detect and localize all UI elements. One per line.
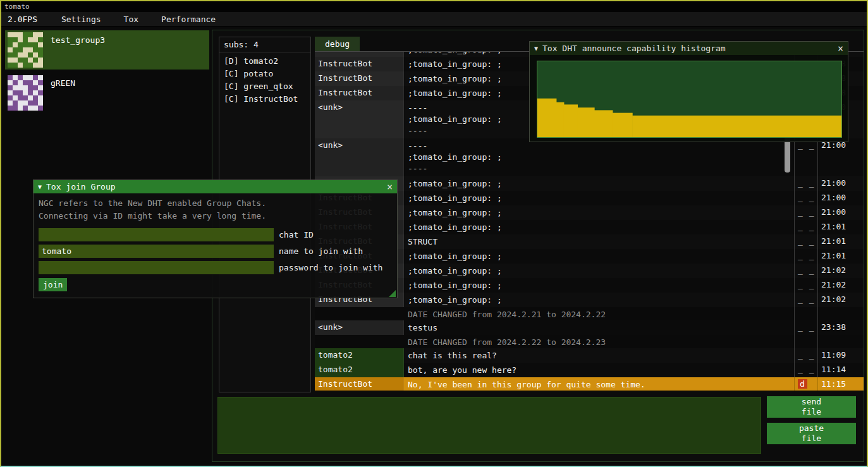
sidebar-group-item[interactable]: gREEN xyxy=(5,73,209,112)
join-password-label: password to join with xyxy=(279,263,382,272)
message-text: chat is this real? xyxy=(404,348,794,363)
histogram-window: ▼ Tox DHT announce capability histogram … xyxy=(529,41,848,142)
member-item[interactable]: [C] InstructBot xyxy=(219,93,310,106)
message-flags: _ _ xyxy=(794,278,817,293)
chat-input[interactable] xyxy=(217,397,761,454)
chat-id-label: chat ID xyxy=(279,230,314,240)
group-name: test_group3 xyxy=(51,35,105,68)
message-row[interactable]: DATE CHANGED from 2024.2.22 to 2024.2.23 xyxy=(315,335,864,348)
message-time: 11:09 xyxy=(817,348,864,363)
histogram-plot[interactable] xyxy=(537,61,842,138)
group-name: gREEN xyxy=(51,78,75,111)
close-icon[interactable]: × xyxy=(387,181,393,193)
message-row[interactable]: <unk>testus_ _23:38 xyxy=(315,320,864,335)
message-time: 21:01 xyxy=(817,249,864,264)
message-flags: _ _ xyxy=(794,220,817,234)
send-file-label-line2: file xyxy=(802,407,821,417)
message-sender xyxy=(315,307,404,320)
message-row[interactable]: DATE CHANGED from 2024.2.21 to 2024.2.22 xyxy=(315,307,864,320)
tab-debug[interactable]: debug xyxy=(315,37,360,51)
message-text: ;tomato_in_group: ; xyxy=(404,176,794,191)
join-name-label: name to join with xyxy=(279,246,363,256)
message-row[interactable]: tomato2chat is this real?_ _11:09 xyxy=(315,348,864,363)
message-sender: <unk> xyxy=(315,138,404,176)
message-flags xyxy=(794,335,817,348)
message-time: 21:00 xyxy=(817,176,864,191)
member-item[interactable]: [C] green_qtox xyxy=(219,80,310,93)
group-avatar xyxy=(8,32,43,68)
resize-grip[interactable] xyxy=(389,290,396,297)
message-time xyxy=(817,335,864,348)
join-button[interactable]: join xyxy=(39,278,67,291)
message-flags xyxy=(794,307,817,320)
message-flags: _ _ xyxy=(794,191,817,205)
join-group-window: ▼ Tox join Group × NGC refers to the New… xyxy=(33,179,398,298)
message-text: testus xyxy=(404,320,794,335)
message-time: 11:14 xyxy=(817,363,864,377)
message-text: ;tomato_in_group: ; xyxy=(404,293,794,307)
subs-list: [D] tomato2[C] potato[C] green_qtox[C] I… xyxy=(219,52,310,106)
message-flags: _ _ xyxy=(794,293,817,307)
date-changed-text: DATE CHANGED from 2024.2.22 to 2024.2.23 xyxy=(404,335,794,348)
menu-settings[interactable]: Settings xyxy=(52,15,110,24)
message-flags: _ _ xyxy=(794,176,817,191)
message-sender: <unk> xyxy=(315,100,404,138)
message-time: 21:02 xyxy=(817,278,864,293)
message-sender: InstructBot xyxy=(315,71,404,86)
group-avatar xyxy=(8,75,43,111)
app-window: tomato 2.0FPS Settings Tox Performance t… xyxy=(0,0,868,467)
member-item[interactable]: [C] potato xyxy=(219,68,310,80)
message-sender xyxy=(315,335,404,348)
message-text: bot, are you new here? xyxy=(404,363,794,377)
message-text: ;tomato_in_group: ; xyxy=(404,205,794,220)
subs-count: subs: 4 xyxy=(219,37,310,52)
chat-id-input[interactable] xyxy=(39,228,274,241)
close-icon[interactable]: × xyxy=(838,43,843,54)
message-time xyxy=(817,307,864,320)
collapse-icon[interactable]: ▼ xyxy=(534,45,538,52)
paste-file-button[interactable]: paste file xyxy=(767,423,856,444)
message-time: 21:02 xyxy=(817,264,864,278)
message-text: ---- ;tomato_in_group: ; ---- xyxy=(404,138,794,176)
message-text: ;tomato_in_group: ; xyxy=(404,220,794,234)
collapse-icon[interactable]: ▼ xyxy=(38,183,42,190)
join-name-input[interactable] xyxy=(39,245,274,258)
menubar: 2.0FPS Settings Tox Performance xyxy=(1,12,867,27)
message-row[interactable]: tomato2bot, are you new here?_ _11:14 xyxy=(315,363,864,377)
sidebar-group-item[interactable]: test_group3 xyxy=(5,30,209,70)
message-sender: InstructBot xyxy=(315,52,404,57)
histogram-window-titlebar[interactable]: ▼ Tox DHT announce capability histogram … xyxy=(530,42,848,55)
message-time: 21:00 xyxy=(817,138,864,176)
join-window-titlebar[interactable]: ▼ Tox join Group × xyxy=(34,180,397,193)
join-window-body: NGC refers to the New DHT enabled Group … xyxy=(34,193,397,298)
histogram-window-title: Tox DHT announce capability histogram xyxy=(542,44,726,53)
message-text: No, I've been in this group for quite so… xyxy=(404,377,794,391)
message-sender: tomato2 xyxy=(315,363,404,377)
message-time: 21:00 xyxy=(817,205,864,220)
message-sender: tomato2 xyxy=(315,348,404,363)
window-title: tomato xyxy=(4,3,30,11)
message-time: 21:01 xyxy=(817,220,864,234)
member-item[interactable]: [D] tomato2 xyxy=(219,55,310,68)
message-flags: _ _ xyxy=(794,138,817,176)
message-sender: InstructBot xyxy=(315,377,404,391)
message-flags: d xyxy=(794,377,817,391)
message-flags: _ _ xyxy=(794,320,817,335)
send-file-button[interactable]: send file xyxy=(767,396,856,418)
titlebar[interactable]: tomato xyxy=(1,1,867,12)
message-sender: InstructBot xyxy=(315,86,404,100)
message-flags: _ _ xyxy=(794,264,817,278)
menu-performance[interactable]: Performance xyxy=(152,15,224,24)
paste-file-label-line2: file xyxy=(802,434,821,444)
message-text: ;tomato_in_group: ; xyxy=(404,191,794,205)
message-row[interactable]: <unk>---- ;tomato_in_group: ; ----_ _21:… xyxy=(315,138,864,176)
join-password-input[interactable] xyxy=(39,261,274,274)
message-flags: _ _ xyxy=(794,234,817,249)
fps-counter: 2.0FPS xyxy=(1,15,44,24)
message-row[interactable]: InstructBotNo, I've been in this group f… xyxy=(315,377,864,391)
message-text: ;tomato_in_group: ; xyxy=(404,264,794,278)
message-time: 21:00 xyxy=(817,191,864,205)
message-text: ;tomato_in_group: ; xyxy=(404,278,794,293)
message-flags: _ _ xyxy=(794,363,817,377)
menu-tox[interactable]: Tox xyxy=(115,15,147,24)
